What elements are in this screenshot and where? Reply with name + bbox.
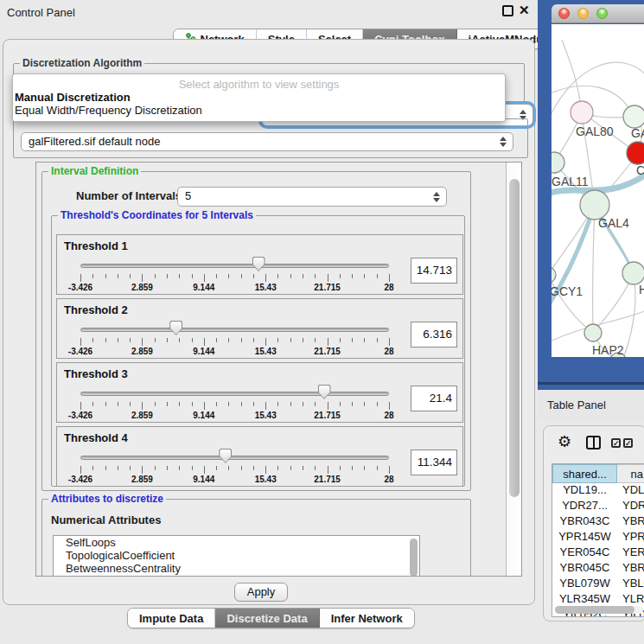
threshold-value-field[interactable]: 21.4 [411,386,457,411]
gear-icon[interactable]: ⚙ [558,434,571,450]
slider-track[interactable] [80,456,389,460]
node-h[interactable] [622,262,644,284]
tick-mark [130,402,131,406]
node-hap2[interactable] [584,324,602,341]
table-cell: YBR045C [552,561,617,577]
node-label-gal80: GAL80 [576,124,614,138]
column-header-shared[interactable]: shared... [552,464,617,483]
table-row[interactable]: YDL19...YDL1 [552,483,644,499]
tick-mark [80,402,81,410]
tick-label: -3.426 [68,411,92,420]
node-red[interactable] [627,142,644,164]
panel-title: Control Panel [7,6,75,19]
node-gal4[interactable] [580,190,609,220]
tick-mark [290,274,291,278]
slider-track[interactable] [80,392,389,396]
threshold-value-field[interactable]: 11.344 [411,450,457,475]
tab-impute-data[interactable]: Impute Data [128,609,215,628]
tab-discretize-data[interactable]: Discretize Data [215,609,319,628]
network-edge [624,273,635,356]
tick-mark [352,402,353,406]
tick-mark [216,274,217,278]
checkbox-icon[interactable]: ✓ [611,438,621,448]
table-row[interactable]: YER054CYER0 [552,545,644,561]
attribute-item-selfloops[interactable]: SelfLoops [54,536,419,549]
tick-label: 28 [384,347,393,356]
number-of-intervals-value: 5 [185,189,191,202]
list-scrollbar[interactable] [410,539,418,577]
network-window: GAL80GACGAL11GAL4GCY1HHAP2 [552,4,644,357]
attribute-item-topologicalcoefficient[interactable]: TopologicalCoefficient [54,549,419,562]
attribute-item-betweennesscentrality[interactable]: BetweennessCentrality [54,562,419,575]
zoom-light-icon[interactable] [596,8,608,19]
dropdown-item-manual[interactable]: Manual Discretization [13,91,505,104]
tick-mark [364,338,365,342]
minimize-light-icon[interactable] [577,8,589,19]
tick-label: 2.859 [131,283,153,292]
tick-mark [142,274,143,282]
table-row[interactable]: YDR27...YDR2 [552,499,644,514]
tick-mark [290,402,291,406]
scrollbar-thumb[interactable] [509,179,520,497]
float-icon[interactable] [502,5,513,16]
network-canvas[interactable]: GAL80GACGAL11GAL4GCY1HHAP2 [552,24,644,357]
horizontal-scrollbar-thumb[interactable] [555,606,634,614]
slider-track[interactable] [80,328,389,332]
table-row[interactable]: YBR045CYBR0 [552,561,644,577]
numerical-attributes-list[interactable]: SelfLoopsTopologicalCoefficientBetweenne… [53,535,420,577]
node-top-green[interactable] [623,105,644,128]
table-row[interactable]: YPR145WYPR1 [552,530,644,545]
columns-icon[interactable] [586,436,601,450]
tick-mark [340,466,341,470]
slider-thumb[interactable] [169,321,182,335]
tab-label: Infer Network [331,612,403,625]
threshold-value-field[interactable]: 6.316 [411,322,457,348]
group-title: Threshold's Coordinates for 5 Intervals [58,209,256,221]
tick-mark [216,338,217,342]
table-cell: YBL079W [552,577,617,592]
table-cell: YPR145W [552,530,617,545]
number-of-intervals-select[interactable]: 5 [177,187,447,207]
network-window-titlebar[interactable] [552,4,644,23]
tick-mark [105,466,106,470]
tick-mark [92,338,93,342]
tick-mark [315,466,316,470]
table-row[interactable]: YBL079WYBL0 [552,577,644,592]
scrollbar-track[interactable] [506,163,521,576]
horizontal-scrollbar-track[interactable] [555,606,643,614]
numerical-attributes-label: Numerical Attributes [51,513,161,526]
slider-thumb[interactable] [252,257,265,271]
node-label-h: H [639,283,644,296]
tick-label: 21.715 [314,411,341,420]
table-body: YDL19...YDL1YDR27...YDR2YBR043CYBR0YPR14… [552,483,644,617]
table-row[interactable]: YBR043CYBR0 [552,514,644,530]
apply-button[interactable]: Apply [234,583,288,602]
slider-track[interactable] [80,264,389,268]
group-title: Interval Definition [48,165,141,177]
settings-scrollpane: Interval Definition Number of Intervals … [35,162,522,577]
checkbox-icon[interactable]: ✓ [623,438,633,448]
threshold-value-field[interactable]: 14.713 [411,258,457,284]
table-panel-header: Table Panel [538,390,644,421]
slider-thumb[interactable] [318,385,331,399]
column-header-na[interactable]: na [617,464,644,483]
tick-label: 15.43 [255,347,277,356]
node-gal11[interactable] [552,152,564,173]
tick-mark [364,402,365,406]
table-data-select[interactable]: galFiltered.sif default node [21,132,513,151]
tick-label: 2.859 [131,411,153,420]
close-icon[interactable]: ✕ [519,3,530,18]
tick-mark [253,466,254,470]
tick-mark [328,402,328,410]
slider-thumb[interactable] [219,449,232,463]
node-gal80[interactable] [571,101,593,124]
node-label-gcy1: GCY1 [552,284,583,298]
node-gcy1[interactable] [552,267,556,283]
table-cell: YER054C [552,545,617,561]
close-light-icon[interactable] [558,8,570,19]
node-label-ga: GA [631,126,644,140]
dropdown-item-equal-width[interactable]: Equal Width/Frequency Discretization [13,104,505,117]
tick-mark [118,338,118,342]
tick-mark [155,274,156,278]
tab-infer-network[interactable]: Infer Network [320,609,414,628]
